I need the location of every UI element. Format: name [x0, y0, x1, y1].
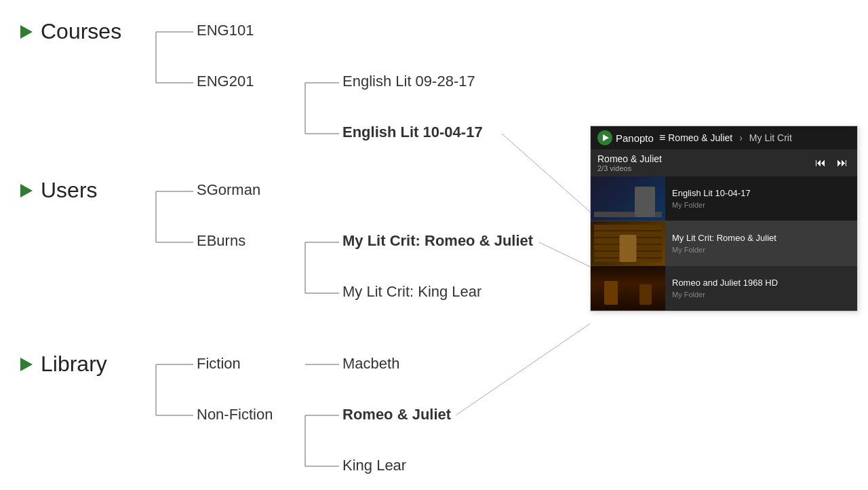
- users-triangle: [20, 184, 33, 197]
- video-item-2[interactable]: My Lit Crit: Romeo & Juliet My Folder: [591, 221, 857, 266]
- panopto-logo-text: Panopto: [616, 132, 654, 144]
- next-button[interactable]: ⏭: [834, 155, 850, 170]
- node-fiction: Fiction: [197, 355, 241, 373]
- node-romeo-juliet: Romeo & Juliet: [342, 406, 451, 423]
- playlist-title: Romeo & Juliet: [597, 153, 662, 164]
- panopto-icon: [597, 130, 612, 145]
- node-eburns: EBurns: [197, 232, 245, 250]
- thumb-figure1: [604, 281, 618, 305]
- section-library[interactable]: Library: [20, 352, 107, 377]
- node-nonfiction: Non-Fiction: [197, 406, 273, 423]
- breadcrumb-folder[interactable]: ≡ Romeo & Juliet: [659, 132, 732, 144]
- node-macbeth: Macbeth: [342, 355, 399, 373]
- courses-triangle: [20, 25, 33, 39]
- video-info-1: English Lit 10-04-17 My Folder: [665, 184, 857, 213]
- node-english-lit-10: English Lit 10-04-17: [342, 124, 483, 141]
- video-item-3[interactable]: Romeo and Juliet 1968 HD My Folder: [591, 266, 857, 311]
- thumb-figure2: [639, 284, 652, 305]
- section-users[interactable]: Users: [20, 178, 98, 203]
- video-info-2: My Lit Crit: Romeo & Juliet My Folder: [665, 229, 857, 258]
- video-thumb-2: [591, 221, 665, 265]
- thumb-person: [635, 187, 655, 217]
- list-icon: ≡: [659, 132, 665, 144]
- library-label: Library: [41, 352, 107, 377]
- node-english-lit-09: English Lit 09-28-17: [342, 73, 475, 90]
- playlist-count: 2/3 videos: [597, 164, 662, 172]
- thumb-scene: [591, 266, 665, 310]
- panel-subheader: Romeo & Juliet 2/3 videos ⏮ ⏭: [591, 149, 857, 176]
- video-title-2: My Lit Crit: Romeo & Juliet: [672, 233, 850, 244]
- node-eng201: ENG201: [197, 73, 254, 90]
- video-info-3: Romeo and Juliet 1968 HD My Folder: [665, 274, 857, 303]
- video-item-1[interactable]: English Lit 10-04-17 My Folder: [591, 176, 857, 221]
- video-list: English Lit 10-04-17 My Folder My Lit Cr…: [591, 176, 857, 311]
- video-folder-3: My Folder: [672, 290, 850, 299]
- prev-button[interactable]: ⏮: [812, 155, 829, 170]
- breadcrumb-current: My Lit Crit: [749, 132, 792, 143]
- node-my-lit-crit-kl: My Lit Crit: King Lear: [342, 283, 481, 301]
- video-thumb-3: [591, 266, 665, 310]
- panopto-logo: Panopto: [597, 130, 654, 145]
- library-triangle: [20, 358, 33, 371]
- panopto-panel: Panopto ≡ Romeo & Juliet › My Lit Crit R…: [590, 126, 858, 312]
- node-eng101: ENG101: [197, 22, 254, 39]
- thumb-person-2: [620, 235, 637, 262]
- video-thumb-1: [591, 176, 665, 221]
- panel-header: Panopto ≡ Romeo & Juliet › My Lit Crit: [591, 126, 857, 149]
- node-king-lear: King Lear: [342, 457, 406, 474]
- video-title-3: Romeo and Juliet 1968 HD: [672, 278, 850, 289]
- section-courses[interactable]: Courses: [20, 19, 121, 44]
- breadcrumb-separator: ›: [739, 132, 743, 143]
- playlist-info: Romeo & Juliet 2/3 videos: [597, 153, 662, 172]
- breadcrumb-folder-label: Romeo & Juliet: [668, 132, 732, 143]
- node-sgorman: SGorman: [197, 181, 260, 199]
- node-my-lit-crit-rj: My Lit Crit: Romeo & Juliet: [342, 232, 533, 250]
- video-title-1: English Lit 10-04-17: [672, 188, 850, 200]
- courses-label: Courses: [41, 19, 121, 44]
- panel-controls: ⏮ ⏭: [812, 155, 850, 170]
- users-label: Users: [41, 178, 98, 203]
- video-folder-2: My Folder: [672, 246, 850, 254]
- video-folder-1: My Folder: [672, 201, 850, 209]
- breadcrumb-current-label: My Lit Crit: [749, 132, 792, 143]
